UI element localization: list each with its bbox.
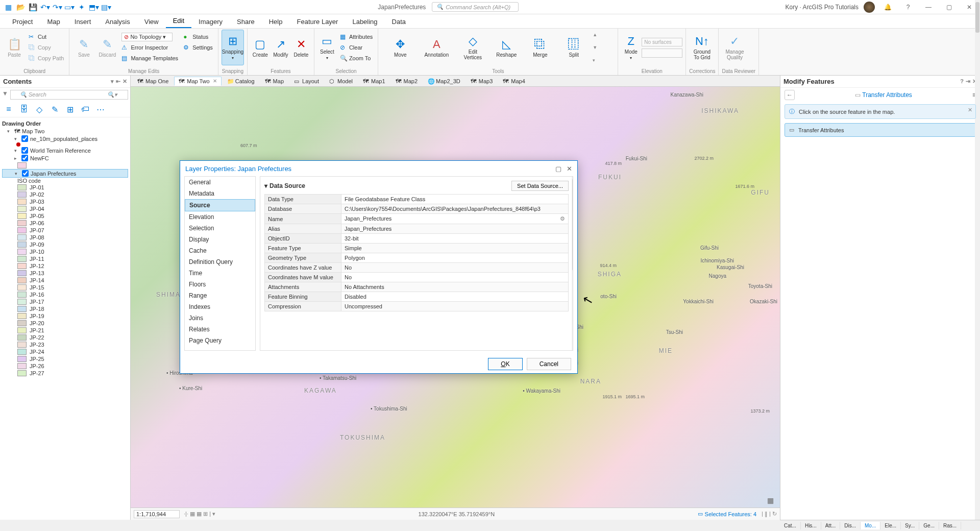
sb-icon[interactable]: ·|· ▦ ▦ ⊞ | ▾ <box>184 511 215 517</box>
ribbon-tab-map[interactable]: Map <box>40 15 67 28</box>
error-inspector-button[interactable]: ⚠Error Inspector <box>119 42 180 53</box>
ribbon-tab-analysis[interactable]: Analysis <box>98 15 137 28</box>
qat-icon-5[interactable]: ▭▾ <box>64 2 75 12</box>
bottom-tab-ele[interactable]: Ele... <box>880 522 901 529</box>
list-by-editing-icon[interactable]: ✎ <box>49 104 60 115</box>
legend-item[interactable]: JP-18 <box>2 305 128 312</box>
view-tab-catalog[interactable]: 📁Catalog <box>223 77 259 86</box>
discard-button[interactable]: ✎Discard <box>96 30 118 65</box>
status-button[interactable]: ●Status <box>181 32 215 42</box>
scroll-down-icon[interactable]: ▼ <box>593 45 597 50</box>
view-tab-layout[interactable]: ▭Layout <box>289 77 324 86</box>
legend-item[interactable]: JP-01 <box>2 184 128 191</box>
legend-item[interactable]: JP-27 <box>2 370 128 377</box>
selected-features[interactable]: ▭ Selected Features: 4 <box>698 511 757 517</box>
copy-path-button[interactable]: ⿻Copy Path <box>27 53 66 63</box>
qat-icon-8[interactable]: ▤▾ <box>101 2 111 12</box>
layer-checkbox[interactable] <box>21 135 28 142</box>
copy-button[interactable]: ⿻Copy <box>27 42 66 53</box>
legend-item[interactable]: JP-02 <box>2 191 128 198</box>
view-tab-map1[interactable]: 🗺Map1 <box>358 77 390 86</box>
ribbon-tab-feature-layer[interactable]: Feature Layer <box>289 15 345 28</box>
clear-button[interactable]: ⊘Clear <box>338 42 375 53</box>
layer-world-terrain-reference[interactable]: ▾ World Terrain Reference <box>2 147 128 154</box>
view-tab-map-one[interactable]: 🗺Map One <box>133 77 173 86</box>
cut-button[interactable]: ✂Cut <box>27 32 66 42</box>
maximize-button[interactable]: ▢ <box>941 2 957 12</box>
legend-item[interactable]: JP-22 <box>2 334 128 341</box>
dialog-nav-joins[interactable]: Joins <box>185 312 255 324</box>
view-tab-map2[interactable]: 🗺Map2 <box>391 77 423 86</box>
dialog-nav-relates[interactable]: Relates <box>185 324 255 335</box>
legend-item[interactable]: JP-05 <box>2 212 128 220</box>
bottom-tab-ge[interactable]: Ge... <box>919 522 939 529</box>
filter-icon[interactable]: ▼ <box>2 90 8 100</box>
dialog-maximize-icon[interactable]: ▢ <box>555 165 561 173</box>
redo-icon[interactable]: ↷▾ <box>52 2 62 12</box>
legend-item[interactable]: JP-21 <box>2 327 128 334</box>
dialog-nav-selection[interactable]: Selection <box>185 223 255 234</box>
dialog-nav-page-query[interactable]: Page Query <box>185 335 255 346</box>
layer-newfc[interactable]: ▸ NewFC <box>2 154 128 162</box>
legend-item[interactable]: JP-23 <box>2 341 128 348</box>
avatar[interactable] <box>864 2 875 13</box>
ribbon-tab-project[interactable]: Project <box>5 15 40 28</box>
legend-item[interactable]: JP-06 <box>2 220 128 227</box>
new-project-icon[interactable]: ▦ <box>3 2 13 12</box>
dialog-nav-range[interactable]: Range <box>185 290 255 301</box>
create-button[interactable]: ▢Create <box>251 30 270 65</box>
legend-item[interactable]: JP-11 <box>2 255 128 262</box>
ribbon-tab-labeling[interactable]: Labeling <box>345 15 384 28</box>
minimize-button[interactable]: — <box>921 2 936 12</box>
save-icon[interactable]: 💾 <box>28 2 38 12</box>
legend-item[interactable]: JP-04 <box>2 205 128 212</box>
bottom-tab-his[interactable]: His... <box>801 522 821 529</box>
dialog-nav-time[interactable]: Time <box>185 268 255 279</box>
ok-button[interactable]: OK <box>488 358 522 370</box>
legend-item[interactable]: JP-10 <box>2 248 128 255</box>
list-by-snapping-icon[interactable]: ⊞ <box>64 104 76 115</box>
pane-autohide-icon[interactable]: ⇤ <box>116 78 120 85</box>
manage-quality-button[interactable]: ✓Manage Quality <box>722 30 747 65</box>
legend-item[interactable]: JP-12 <box>2 262 128 270</box>
settings-button[interactable]: ⚙Settings <box>181 42 215 53</box>
modify-button[interactable]: ↗Modify <box>271 30 290 65</box>
layer-checkbox[interactable] <box>22 170 29 177</box>
help-icon[interactable]: ? <box>900 2 916 12</box>
set-data-source-button[interactable]: Set Data Source... <box>511 181 569 191</box>
view-tab-map3[interactable]: 🗺Map3 <box>466 77 498 86</box>
scale-input[interactable]: 1:1,710,944 <box>134 510 180 518</box>
ribbon-tab-share[interactable]: Share <box>230 15 262 28</box>
command-search[interactable]: 🔍 Command Search (Alt+Q) <box>432 2 519 12</box>
ribbon-tab-imagery[interactable]: Imagery <box>191 15 230 28</box>
snapping-button[interactable]: ⊞Snapping▾ <box>222 30 244 65</box>
legend-item[interactable]: JP-16 <box>2 291 128 298</box>
dialog-nav-floors[interactable]: Floors <box>185 279 255 290</box>
split-tool[interactable]: ⿲Split <box>559 30 589 65</box>
legend-item[interactable]: JP-24 <box>2 348 128 355</box>
offset-input[interactable] <box>642 49 682 58</box>
ribbon-tab-edit[interactable]: Edit <box>166 14 191 28</box>
back-button[interactable]: ← <box>785 90 795 100</box>
dialog-nav-definition-query[interactable]: Definition Query <box>185 256 255 268</box>
bottom-tab-sy[interactable]: Sy... <box>901 522 919 529</box>
ribbon-tab-view[interactable]: View <box>137 15 166 28</box>
basemap-gallery-icon[interactable]: ▦ <box>767 496 774 504</box>
bottom-tab-dis[interactable]: Dis... <box>840 522 861 529</box>
bottom-tab-ras[interactable]: Ras... <box>939 522 961 529</box>
list-by-selection-icon[interactable]: ◇ <box>34 104 45 115</box>
dialog-nav-cache[interactable]: Cache <box>185 245 255 256</box>
tab-close-icon[interactable]: ✕ <box>213 78 217 84</box>
surface-dropdown[interactable]: No surfaces <box>642 38 682 46</box>
layer-japan-prefectures[interactable]: ▾ Japan Prefectures <box>2 169 128 178</box>
dialog-nav-indexes[interactable]: Indexes <box>185 301 255 312</box>
scroll-up-icon[interactable]: ▲ <box>593 32 597 37</box>
attributes-button[interactable]: ▦Attributes <box>338 32 375 42</box>
mode-button[interactable]: ZMode▾ <box>621 30 641 65</box>
map-node[interactable]: ▾🗺 Map Two <box>2 128 128 135</box>
annotation-tool[interactable]: AAnnotation <box>419 30 454 65</box>
view-tab-map-two[interactable]: 🗺Map Two✕ <box>174 77 221 86</box>
legend-item[interactable]: JP-20 <box>2 320 128 327</box>
legend-item[interactable]: JP-14 <box>2 277 128 284</box>
layer-ne-10m-populated-places[interactable]: ▾ ne_10m_populated_places <box>2 135 128 142</box>
